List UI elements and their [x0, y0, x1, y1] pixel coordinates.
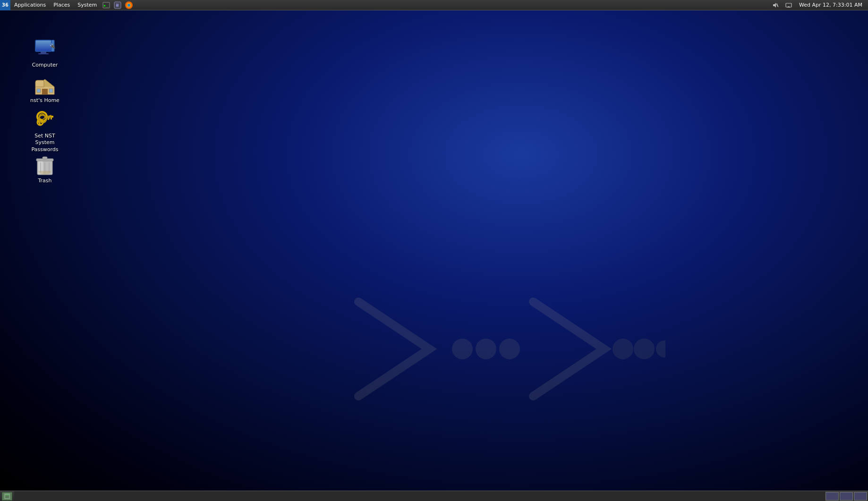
watermark-logo [335, 255, 665, 443]
bottom-panel [0, 491, 868, 501]
computer-icon-label: Computer [32, 62, 58, 68]
svg-marker-7 [773, 3, 776, 8]
key-icon-image [34, 109, 56, 132]
svg-rect-21 [36, 41, 51, 51]
desktop-icon-trash[interactable]: Trash [26, 152, 64, 186]
svg-point-17 [634, 339, 655, 359]
svg-point-6 [128, 4, 130, 7]
desktop-icon-computer[interactable]: 🔌 Computer [26, 36, 64, 70]
menu-system[interactable]: System [74, 0, 101, 10]
passwords-icon-label: Set NST System Passwords [28, 133, 62, 153]
taskbar-btn-1[interactable] [825, 492, 839, 501]
svg-rect-33 [51, 118, 52, 119]
home-icon-image [34, 74, 56, 96]
desktop-icon-passwords[interactable]: Set NST System Passwords [26, 107, 64, 155]
show-desktop-button[interactable] [2, 492, 12, 501]
panel-left: 36 Applications Places System ▶_ 🖥 [0, 0, 770, 10]
svg-rect-48 [5, 494, 9, 495]
taskbar-left [0, 492, 14, 501]
svg-rect-28 [49, 89, 53, 93]
computer-icon-image: 🔌 [34, 38, 56, 61]
volume-icon[interactable] [770, 0, 781, 10]
svg-rect-27 [37, 89, 41, 93]
taskbar-right [825, 492, 868, 501]
svg-rect-26 [42, 89, 48, 94]
svg-point-16 [613, 339, 633, 359]
desktop-icon-home[interactable]: nst's Home [26, 72, 64, 106]
firefox-icon[interactable] [124, 0, 134, 10]
clock-display: Wed Apr 12, 7:33:01 AM [796, 2, 865, 8]
trash-icon-image [34, 154, 56, 177]
network-icon[interactable]: 🖥 [112, 0, 123, 10]
svg-point-13 [452, 339, 473, 359]
panel-right: Wed Apr 12, 7:33:01 AM [770, 0, 868, 10]
menu-applications[interactable]: Applications [10, 0, 50, 10]
panel-logo: 36 [0, 0, 10, 10]
svg-text:▶_: ▶_ [104, 4, 108, 8]
svg-text:🔌: 🔌 [50, 43, 56, 49]
svg-point-18 [656, 340, 665, 357]
terminal-icon[interactable]: ▶_ [101, 0, 111, 10]
svg-point-15 [499, 339, 520, 359]
taskbar-windows [14, 491, 825, 501]
home-icon-label: nst's Home [30, 97, 60, 104]
svg-rect-22 [41, 51, 46, 53]
desktop: 🔌 Computer nst's Home [0, 10, 868, 491]
taskbar-btn-2[interactable] [840, 492, 853, 501]
network-status-icon[interactable] [783, 0, 794, 10]
svg-point-14 [476, 339, 496, 359]
svg-rect-46 [43, 157, 47, 159]
svg-rect-23 [38, 53, 49, 54]
taskbar-btn-3[interactable] [854, 492, 867, 501]
menu-places[interactable]: Places [50, 0, 74, 10]
top-panel: 36 Applications Places System ▶_ 🖥 [0, 0, 868, 10]
trash-icon-label: Trash [38, 178, 51, 184]
svg-text:🖥: 🖥 [115, 3, 119, 8]
